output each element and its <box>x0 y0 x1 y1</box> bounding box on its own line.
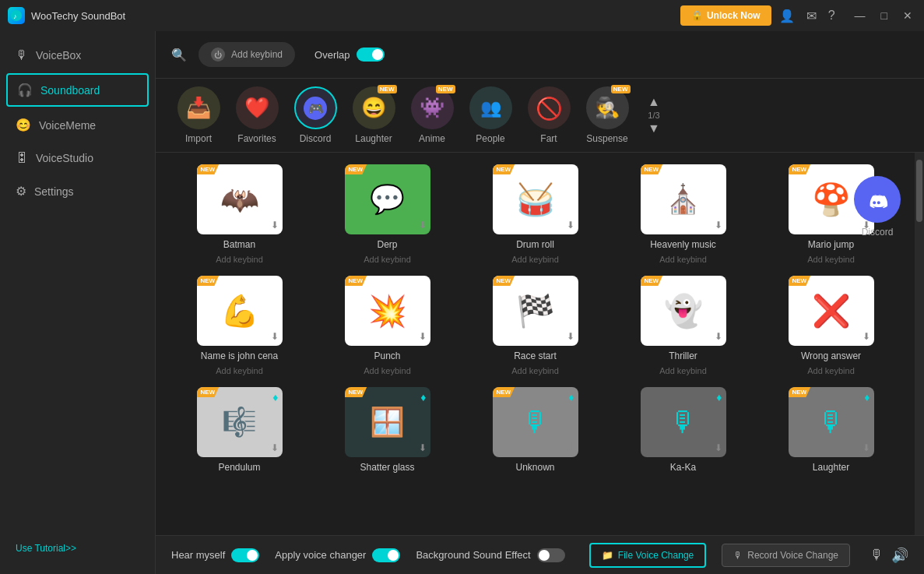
john-new-badge: NEW <box>197 276 220 286</box>
download-icon-john: ⬇ <box>271 331 279 342</box>
sound-thumb-race: NEW 🏁 ⬇ <box>493 276 578 346</box>
category-favorites[interactable]: ❤️ Favorites <box>230 86 284 144</box>
sound-keybind-mario[interactable]: Add keybind <box>807 255 855 264</box>
sound-keybind-john[interactable]: Add keybind <box>216 366 263 375</box>
sound-thumb-punch: NEW 💥 ⬇ <box>345 276 430 346</box>
sound-keybind-race[interactable]: Add keybind <box>511 366 559 375</box>
sound-item-race-start[interactable]: NEW 🏁 ⬇ Race start Add keybind <box>467 276 603 375</box>
overlap-toggle[interactable] <box>357 48 385 62</box>
sound-item-derp[interactable]: NEW 💬 ⬇ Derp Add keybind <box>319 164 455 264</box>
sound-keybind-derp[interactable]: Add keybind <box>364 255 411 264</box>
sidebar-item-voicebox[interactable]: 🎙 VoiceBox <box>0 39 155 72</box>
sound-item-r3-5[interactable]: NEW 🎙 ♦ ⬇ Laughter <box>763 387 899 473</box>
sound-item-r3-1[interactable]: NEW 🎼 ♦ ⬇ Pendulum <box>171 387 307 473</box>
sound-name-derp: Derp <box>377 239 397 250</box>
sound-thumb-john: NEW 💪 ⬇ <box>197 276 283 346</box>
download-icon-derp: ⬇ <box>419 220 427 231</box>
sound-keybind-heavenly[interactable]: Add keybind <box>659 255 707 264</box>
use-tutorial-link[interactable]: Use Tutorial>> <box>16 543 76 554</box>
sound-grid: NEW 🦇 ⬇ Batman Add keybind NEW 💬 <box>171 164 899 473</box>
category-nav-up[interactable]: ▲ <box>646 93 662 111</box>
sidebar-item-voicememe[interactable]: 😊 VoiceMeme <box>0 108 155 142</box>
question-icon[interactable]: ? <box>828 9 835 23</box>
sound-item-batman[interactable]: NEW 🦇 ⬇ Batman Add keybind <box>171 164 307 264</box>
sound-item-john-cena[interactable]: NEW 💪 ⬇ Name is john cena Add keybind <box>171 276 307 375</box>
file-voice-button[interactable]: 📁 File Voice Change <box>589 543 706 568</box>
hear-myself-toggle[interactable] <box>231 548 259 562</box>
sound-thumb-r3-2: NEW 🪟 ♦ ⬇ <box>345 387 430 457</box>
cat-label-suspense: Suspense <box>586 133 627 144</box>
category-people[interactable]: 👥 People <box>463 86 518 144</box>
sound-item-r3-3[interactable]: NEW 🎙 ♦ ⬇ Unknown <box>467 387 603 473</box>
close-button[interactable]: ✕ <box>899 9 916 22</box>
sliders-icon: 🎛 <box>16 151 28 165</box>
cat-label-laughter: Laughter <box>355 133 392 144</box>
sound-item-punch[interactable]: NEW 💥 ⬇ Punch Add keybind <box>319 276 455 375</box>
download-icon-batman: ⬇ <box>271 220 279 231</box>
sound-name-r3-5: Laughter <box>813 462 849 473</box>
cat-circle-laughter: 😄 NEW <box>353 86 395 129</box>
r3-2-new-badge: NEW <box>345 387 367 397</box>
sound-item-heavenly-music[interactable]: NEW ⛪ ⬇ Heavenly music Add keybind <box>615 164 751 264</box>
sound-keybind-punch[interactable]: Add keybind <box>364 366 411 375</box>
drum-new-badge: NEW <box>493 164 515 174</box>
maximize-button[interactable]: □ <box>877 9 891 22</box>
cat-circle-anime: 👾 NEW <box>411 86 454 129</box>
category-nav-down[interactable]: ▼ <box>646 120 662 137</box>
hear-myself-section: Hear myself <box>171 548 259 562</box>
search-icon[interactable]: 🔍 <box>171 48 187 62</box>
mic-bottom-icon[interactable]: 🎙 <box>870 547 884 564</box>
titlebar-left: ♪ WooTechy SoundBot <box>8 7 125 24</box>
titlebar: ♪ WooTechy SoundBot 🔒 Unlock Now 👤 ✉ ? —… <box>0 0 924 31</box>
mail-icon[interactable]: ✉ <box>806 9 817 23</box>
cat-circle-favorites: ❤️ <box>236 86 279 129</box>
sound-thumb-thriller: NEW 👻 ⬇ <box>641 276 726 346</box>
bg-sound-toggle[interactable] <box>537 548 565 562</box>
sound-item-r3-4[interactable]: 🎙 ♦ ⬇ Ka-Ka <box>615 387 751 473</box>
minimize-button[interactable]: — <box>851 9 870 22</box>
sound-keybind-thriller[interactable]: Add keybind <box>659 366 707 375</box>
add-keybind-button[interactable]: ⏻ Add keybind <box>199 42 295 67</box>
main-content: 🔍 ⏻ Add keybind Overlap 📥 Import ❤️ <box>156 31 924 574</box>
category-anime[interactable]: 👾 NEW Anime <box>405 86 459 144</box>
sound-grid-container[interactable]: NEW 🦇 ⬇ Batman Add keybind NEW 💬 <box>156 153 915 535</box>
category-import[interactable]: 📥 Import <box>171 86 226 144</box>
sound-item-r3-2[interactable]: NEW 🪟 ♦ ⬇ Shatter glass <box>319 387 455 473</box>
sidebar-item-soundboard[interactable]: 🎧 Soundboard <box>6 73 149 107</box>
user-icon[interactable]: 👤 <box>779 9 795 23</box>
discord-bubble[interactable] <box>854 176 901 223</box>
apply-voice-toggle[interactable] <box>372 548 400 562</box>
unlock-button[interactable]: 🔒 Unlock Now <box>680 5 771 26</box>
speaker-bottom-icon[interactable]: 🔊 <box>891 547 908 564</box>
sound-keybind-batman[interactable]: Add keybind <box>216 255 263 264</box>
sound-item-thriller[interactable]: NEW 👻 ⬇ Thriller Add keybind <box>615 276 751 375</box>
cat-circle-fart: 🚫 <box>528 86 571 129</box>
bg-sound-label: Background Sound Effect <box>416 549 530 561</box>
sound-name-punch: Punch <box>374 350 400 361</box>
sound-item-wrong-answer[interactable]: NEW ❌ ⬇ Wrong answer Add keybind <box>763 276 899 375</box>
scroll-thumb[interactable] <box>916 160 922 222</box>
sound-item-drum-roll[interactable]: NEW 🥁 ⬇ Drum roll Add keybind <box>467 164 603 264</box>
category-discord[interactable]: 🎮 Discord <box>288 86 343 144</box>
sidebar-item-settings[interactable]: ⚙ Settings <box>0 174 155 208</box>
sound-name-heavenly: Heavenly music <box>650 239 716 250</box>
sidebar-item-voicestudio[interactable]: 🎛 VoiceStudio <box>0 142 155 174</box>
laughter-new-badge: NEW <box>378 85 397 93</box>
sound-name-batman: Batman <box>223 239 255 250</box>
record-voice-button[interactable]: 🎙 Record Voice Change <box>722 544 850 567</box>
sound-keybind-drum[interactable]: Add keybind <box>511 255 559 264</box>
category-laughter[interactable]: 😄 NEW Laughter <box>346 86 401 144</box>
premium-icon-r3-5: ♦ <box>864 391 870 403</box>
category-fart[interactable]: 🚫 Fart <box>522 86 576 144</box>
scrollbar[interactable] <box>915 153 924 535</box>
premium-icon-r3-4: ♦ <box>716 391 722 403</box>
category-nav: ▲ 1/3 ▼ <box>646 93 662 137</box>
sound-name-john: Name is john cena <box>201 350 278 361</box>
category-suspense[interactable]: 🕵️ NEW Suspense <box>580 86 634 144</box>
derp-new-badge: NEW <box>345 164 367 174</box>
anime-new-badge: NEW <box>436 85 455 93</box>
sound-keybind-wrong[interactable]: Add keybind <box>807 366 855 375</box>
download-icon-r3-5: ⬇ <box>863 442 870 453</box>
sound-name-wrong: Wrong answer <box>801 350 861 361</box>
cat-label-import: Import <box>185 133 212 144</box>
